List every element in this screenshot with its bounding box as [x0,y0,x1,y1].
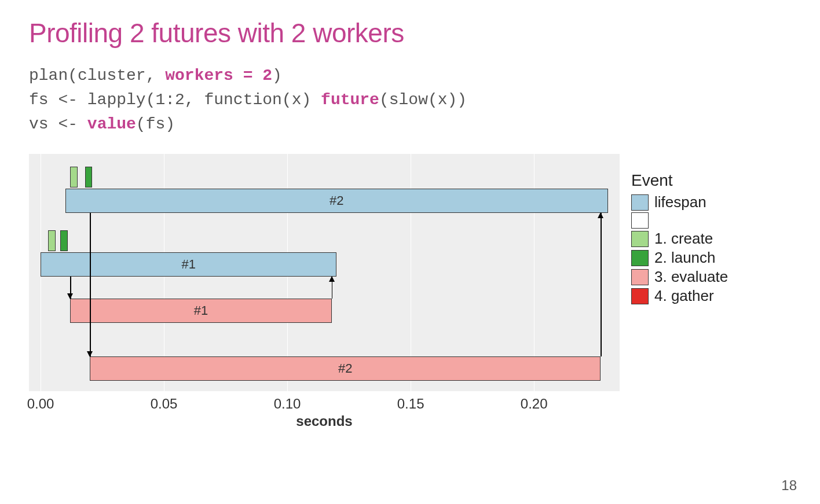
code-text: ) [272,67,282,84]
legend-label: 1. create [654,230,713,248]
arrow [601,213,602,356]
code-text: vs <- [29,115,87,133]
code-highlight: future [321,91,379,109]
legend-swatch [631,231,649,247]
code-text: (slow(x)) [379,91,467,109]
code-highlight: workers = 2 [165,67,272,84]
future2-evaluate: #2 [90,356,601,381]
future1-lifespan: #1 [41,252,336,277]
page-number: 18 [781,477,797,494]
x-tick-label: 0.00 [27,396,54,412]
code-line-1: plan(cluster, workers = 2) [29,64,791,88]
x-tick-label: 0.15 [397,396,424,412]
x-tick-label: 0.10 [274,396,301,412]
legend-item: 4. gather [631,287,728,305]
legend-item: lifespan [631,193,728,211]
future1-evaluate: #1 [70,299,332,323]
x-tick-label: 0.20 [521,396,548,412]
arrow [90,213,91,356]
code-text: (fs) [136,115,175,133]
code-block: plan(cluster, workers = 2) fs <- lapply(… [29,64,791,137]
code-text: fs <- lapply(1:2, function(x) [29,91,321,109]
future2-lifespan: #2 [65,189,608,213]
legend-label: 4. gather [654,287,714,305]
legend-swatch [631,269,649,285]
code-highlight: value [87,115,136,133]
arrow [70,277,71,299]
legend-swatch [631,288,649,304]
x-tick-label: 0.05 [151,396,178,412]
x-axis: seconds 0.000.050.100.150.20 [29,396,620,431]
page-title: Profiling 2 futures with 2 workers [29,17,791,49]
legend-label: 2. launch [654,249,716,267]
legend-title: Event [631,171,728,190]
x-axis-label: seconds [296,413,352,429]
code-line-2: fs <- lapply(1:2, function(x) future(slo… [29,88,791,112]
future1-create [48,230,56,251]
legend-label: 3. evaluate [654,268,728,286]
code-text: plan(cluster, [29,67,165,84]
future1-launch [60,230,68,251]
legend-swatch [631,194,649,211]
future2-launch [85,167,93,187]
legend: Event lifespan1. create2. launch3. evalu… [631,154,728,306]
legend-swatch [631,212,649,229]
future2-create [70,167,78,187]
arrow [332,277,333,299]
legend-label: lifespan [654,193,706,211]
legend-item: 3. evaluate [631,268,728,286]
legend-item [631,212,728,229]
legend-swatch [631,250,649,266]
legend-item: 2. launch [631,249,728,267]
legend-item: 1. create [631,230,728,248]
code-line-3: vs <- value(fs) [29,112,791,137]
gantt-chart: #2#1#1#2 [29,154,620,391]
